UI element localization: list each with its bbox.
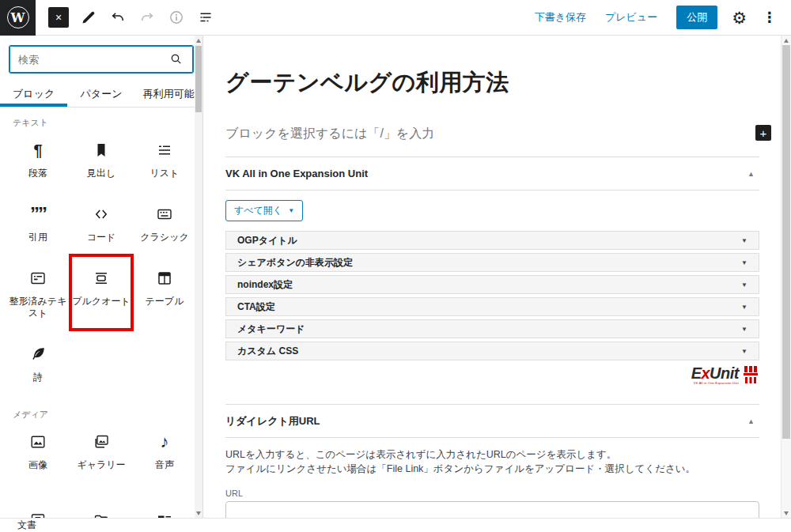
chevron-down-icon: ▼ — [741, 304, 747, 311]
exunit-logo: ExUnit VK All in One Expansion Unit — [691, 365, 759, 385]
chevron-down-icon: ▼ — [741, 237, 747, 244]
table-icon — [155, 269, 174, 288]
scroll-up-icon[interactable] — [782, 36, 791, 45]
post-title[interactable]: グーテンベルグの利用方法 — [225, 67, 759, 99]
edit-mode-button[interactable] — [79, 8, 98, 27]
scroll-up-icon[interactable] — [195, 36, 202, 45]
info-icon — [167, 8, 186, 27]
chevron-down-icon: ▼ — [741, 259, 747, 266]
list-view-icon — [196, 8, 215, 27]
text-blocks-grid: ¶ 段落 見出し リスト ”” 引用 コード — [0, 126, 202, 394]
block-quote[interactable]: ”” 引用 — [6, 191, 70, 255]
search-input[interactable] — [18, 54, 168, 66]
close-inserter-button[interactable]: × — [48, 7, 69, 28]
accordion-noindex[interactable]: noindex設定 ▼ — [225, 275, 759, 294]
block-pullquote-highlighted[interactable]: プルクオート — [70, 255, 133, 330]
cover-icon — [28, 511, 47, 518]
preformatted-icon — [28, 269, 47, 288]
sidebar-scrollbar[interactable] — [195, 36, 202, 518]
content-scrollbar[interactable] — [781, 36, 791, 518]
vk-panel-header[interactable]: VK All in One Expansion Unit ▲ — [225, 157, 759, 191]
media-text-icon — [155, 511, 174, 518]
plus-icon: + — [760, 126, 767, 140]
pencil-icon — [79, 8, 98, 27]
list-view-button[interactable] — [196, 8, 215, 27]
chevron-down-icon: ▼ — [741, 281, 747, 289]
details-button[interactable] — [167, 8, 186, 27]
accordion-ogp-title[interactable]: OGPタイトル ▼ — [225, 231, 759, 250]
redirect-description-1: URLを入力すると、このページは表示されずに入力されたURLのページを表示します… — [225, 447, 759, 462]
toolbar-actions: 下書き保存 プレビュー 公開 ⚙ ⋮ — [535, 6, 791, 29]
block-inserter-panel: ブロック パターン 再利用可能 テキスト ¶ 段落 見出し リスト ”” 引用 — [0, 36, 203, 518]
tab-blocks[interactable]: ブロック — [0, 81, 67, 107]
quote-icon: ”” — [30, 205, 46, 224]
collapse-caret-icon[interactable]: ▲ — [747, 170, 759, 178]
vk-expansion-panel: VK All in One Expansion Unit ▲ すべて開く ▼ O… — [225, 157, 759, 394]
block-cover[interactable] — [6, 496, 70, 518]
block-code[interactable]: コード — [70, 191, 133, 255]
accordion-custom-css[interactable]: カスタム CSS ▼ — [225, 341, 759, 360]
folder-icon — [92, 511, 111, 518]
accordion-meta-keywords[interactable]: メタキーワード ▼ — [225, 319, 759, 338]
block-placeholder-text[interactable]: ブロックを選択するには「/」を入力 — [225, 126, 434, 142]
preview-button[interactable]: プレビュー — [605, 10, 657, 25]
bookmark-icon — [92, 141, 111, 160]
music-note-icon: ♪ — [161, 432, 169, 451]
block-list[interactable]: リスト — [133, 126, 196, 191]
chevron-down-icon: ▼ — [741, 326, 747, 333]
content-scrollbar-thumb[interactable] — [782, 45, 790, 439]
block-preformatted[interactable]: 整形済みテキスト — [6, 255, 70, 330]
sidebar-scrollbar-thumb[interactable] — [195, 46, 202, 112]
wordpress-logo[interactable]: W — [0, 0, 36, 36]
save-draft-button[interactable]: 下書き保存 — [535, 10, 586, 25]
editor-canvas: グーテンベルグの利用方法 ブロックを選択するには「/」を入力 + VK All … — [204, 36, 791, 518]
add-block-button[interactable]: + — [755, 125, 771, 141]
paragraph-icon: ¶ — [33, 141, 42, 160]
exunit-tagline: VK All in One Expansion Unit — [691, 382, 739, 385]
exunit-mark-icon — [742, 365, 759, 384]
block-media-text[interactable] — [133, 496, 196, 518]
undo-button[interactable] — [108, 8, 127, 27]
collapse-caret-icon[interactable]: ▲ — [747, 417, 759, 425]
wordpress-logo-icon: W — [7, 6, 29, 28]
block-gallery[interactable]: ギャラリー — [70, 418, 133, 482]
search-icon — [168, 51, 184, 67]
tab-patterns[interactable]: パターン — [67, 81, 134, 107]
code-brackets-icon — [92, 205, 111, 224]
open-all-button[interactable]: すべて開く ▼ — [225, 200, 303, 221]
redo-button[interactable] — [138, 8, 157, 27]
media-blocks-grid: 画像 ギャラリー ♪ 音声 — [0, 418, 202, 482]
redirect-panel-header[interactable]: リダイレクト用URL ▲ — [225, 405, 759, 438]
block-audio[interactable]: ♪ 音声 — [133, 418, 196, 482]
accordion-share-buttons[interactable]: シェアボタンの非表示設定 ▼ — [225, 253, 759, 272]
scroll-down-icon[interactable] — [195, 508, 202, 518]
block-verse[interactable]: 詩 — [6, 330, 70, 394]
list-icon — [155, 141, 174, 160]
tab-reusable[interactable]: 再利用可能 — [135, 81, 202, 107]
category-media-label: メディア — [13, 409, 190, 418]
image-icon — [28, 432, 47, 451]
block-paragraph[interactable]: ¶ 段落 — [6, 126, 70, 191]
redirect-url-input[interactable] — [225, 501, 759, 518]
pullquote-icon — [92, 269, 111, 288]
block-classic[interactable]: クラシック — [133, 191, 196, 255]
close-icon: × — [55, 11, 62, 24]
inserter-tabs: ブロック パターン 再利用可能 — [0, 81, 202, 108]
redo-icon — [138, 8, 157, 27]
redirect-url-panel: リダイレクト用URL ▲ URLを入力すると、このページは表示されずに入力された… — [225, 404, 759, 518]
block-search-box[interactable] — [9, 46, 193, 73]
scroll-down-icon[interactable] — [782, 508, 791, 518]
block-heading[interactable]: 見出し — [70, 126, 133, 191]
more-options-icon[interactable]: ⋮ — [759, 9, 780, 26]
block-image[interactable]: 画像 — [6, 418, 70, 482]
empty-block-row[interactable]: ブロックを選択するには「/」を入力 + — [225, 125, 759, 142]
block-file[interactable] — [70, 496, 133, 518]
publish-button[interactable]: 公開 — [676, 6, 717, 29]
settings-gear-icon[interactable]: ⚙ — [732, 9, 747, 26]
media-blocks-grid-partial — [0, 496, 202, 518]
accordion-cta[interactable]: CTA設定 ▼ — [225, 297, 759, 316]
vk-accordion-list: OGPタイトル ▼ シェアボタンの非表示設定 ▼ noindex設定 ▼ CTA… — [225, 231, 759, 360]
block-table[interactable]: テーブル — [133, 255, 196, 330]
keyboard-icon — [155, 205, 174, 224]
breadcrumb-document[interactable]: 文書 — [17, 519, 36, 532]
